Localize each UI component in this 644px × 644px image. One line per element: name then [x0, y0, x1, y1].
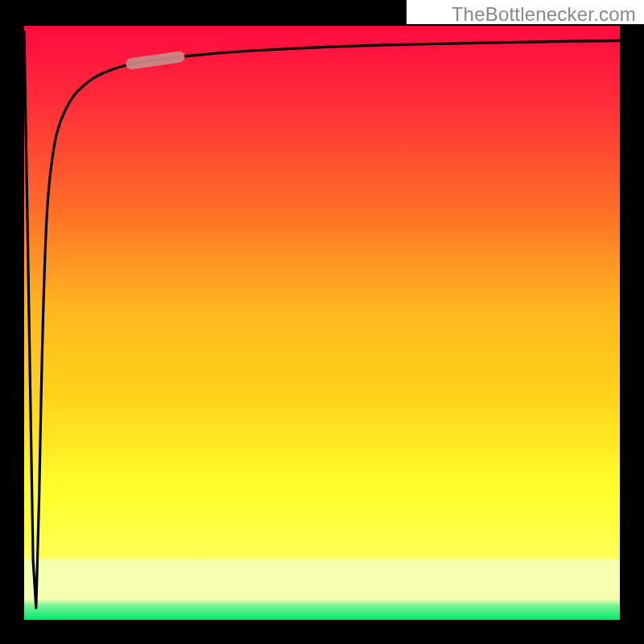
frame-left	[0, 0, 24, 644]
chart-container: TheBottlenecker.com	[0, 0, 644, 644]
chart-svg	[0, 0, 644, 644]
frame-bottom	[0, 620, 644, 644]
plot-background	[24, 26, 620, 620]
watermark-text: TheBottlenecker.com	[452, 3, 636, 26]
frame-right	[620, 0, 644, 644]
